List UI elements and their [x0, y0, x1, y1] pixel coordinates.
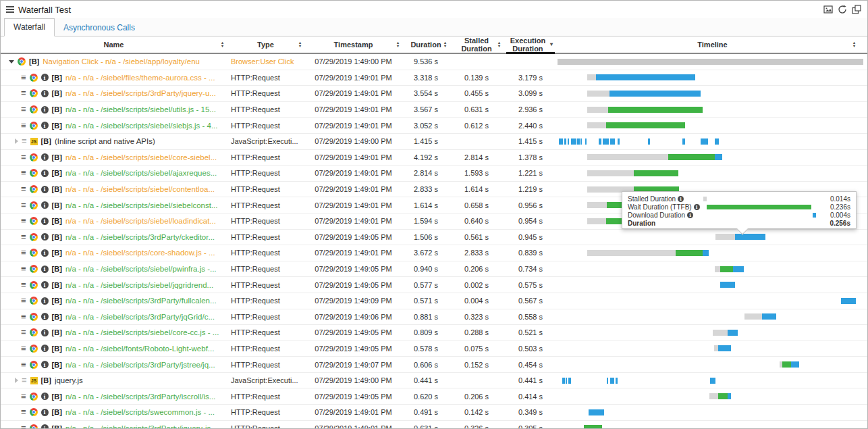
request-name[interactable]: n/a - n/a - /siebel/scripts/core-shadow.…	[65, 249, 215, 257]
request-name[interactable]: n/a - n/a - /siebel/scripts/3rdParty/jqu…	[65, 89, 216, 97]
request-name[interactable]: n/a - n/a - /siebel/scripts/3rdParty/cke…	[65, 233, 215, 241]
info-icon[interactable]: i	[41, 186, 49, 193]
table-row[interactable]: ≡i[B]n/a - n/a - /siebel/scripts/3rdPart…	[1, 230, 867, 246]
timeline-bar-segment[interactable]	[718, 393, 728, 399]
timeline-bar-segment[interactable]	[676, 250, 703, 256]
request-name[interactable]: n/a - n/a - /siebel/fonts/Roboto-Light-w…	[65, 345, 215, 353]
info-icon[interactable]: i	[41, 313, 49, 320]
timeline-bar-segment[interactable]	[720, 266, 733, 272]
table-row[interactable]: [B]Navigation Click - n/a - /siebel/app/…	[1, 54, 867, 70]
request-name[interactable]: n/a - n/a - /siebel/files/theme-aurora.c…	[65, 74, 215, 82]
info-icon[interactable]: i	[41, 424, 49, 429]
timeline-bar-segment[interactable]	[609, 91, 701, 97]
timeline-bar-segment[interactable]	[559, 138, 563, 145]
timeline-bar-segment[interactable]	[587, 250, 676, 256]
timeline-bar-segment[interactable]	[735, 234, 765, 240]
timeline-bar-segment[interactable]	[587, 122, 606, 128]
info-icon[interactable]: i	[41, 201, 49, 209]
timeline-bar-segment[interactable]	[584, 425, 602, 429]
timeline-bar-segment[interactable]	[733, 266, 744, 272]
request-name[interactable]: n/a - n/a - /siebel/scripts/siebel/core-…	[65, 328, 219, 336]
expand-collapse-caret-right-icon[interactable]	[15, 378, 18, 383]
timeline-bar-segment[interactable]	[599, 138, 601, 145]
info-icon[interactable]: i	[41, 170, 49, 177]
table-row[interactable]: ≡i[B]n/a - n/a - /siebel/scripts/siebel/…	[1, 325, 867, 341]
timeline-bar-segment[interactable]	[587, 218, 606, 224]
timeline-bar-segment[interactable]	[618, 138, 620, 145]
column-header-duration[interactable]: Duration▴▾	[402, 36, 450, 53]
timeline-bar-segment[interactable]	[841, 298, 856, 304]
table-row[interactable]: ≡i[B]n/a - n/a - /siebel/scripts/3rdPart…	[1, 309, 867, 326]
timeline-bar-segment[interactable]	[744, 313, 763, 320]
timeline-bar-segment[interactable]	[634, 170, 678, 176]
request-name[interactable]: n/a - n/a - /siebel/scripts/siebel/utils…	[65, 105, 216, 113]
timeline-bar-segment[interactable]	[587, 107, 608, 113]
info-icon[interactable]: i	[41, 409, 49, 416]
request-name[interactable]: n/a - n/a - /siebel/scripts/siebel/pwinf…	[65, 265, 217, 273]
timeline-bar-segment[interactable]	[608, 107, 703, 113]
table-row[interactable]: ≡JS[B](Inline script and native APIs)Jav…	[1, 134, 867, 150]
table-row[interactable]: ≡i[B]n/a - n/a - /siebel/scripts/siebel/…	[1, 166, 867, 182]
tab-asynchronous-calls[interactable]: Asynchronous Calls	[55, 20, 144, 36]
timeline-bar-segment[interactable]	[791, 361, 799, 368]
timeline-bar-segment[interactable]	[728, 393, 731, 399]
timeline-bar-segment[interactable]	[587, 91, 609, 97]
expand-collapse-caret-down-icon[interactable]	[9, 60, 14, 64]
table-row[interactable]: ≡i[B]n/a - n/a - /siebel/fonts/Roboto-Li…	[1, 341, 867, 357]
timeline-bar-segment[interactable]	[703, 250, 708, 256]
request-name[interactable]: n/a - n/a - /siebel/scripts/siebel/loadi…	[65, 217, 216, 225]
timeline-bar-segment[interactable]	[568, 378, 571, 384]
info-icon[interactable]: i	[41, 266, 49, 273]
table-row[interactable]: ≡i[B]n/a - n/a - /siebel/scripts/3rdPart…	[1, 388, 867, 405]
refresh-icon[interactable]	[837, 5, 848, 15]
request-name[interactable]: n/a - n/a - /siebel/scripts/3rdParty/jst…	[65, 361, 215, 369]
info-icon[interactable]: i	[678, 196, 684, 202]
info-icon[interactable]: i	[41, 90, 49, 97]
timeline-bar-segment[interactable]	[571, 138, 576, 145]
info-icon[interactable]: i	[41, 106, 49, 113]
info-icon[interactable]: i	[41, 281, 49, 288]
timeline-bar-segment[interactable]	[715, 266, 720, 272]
column-header-timestamp[interactable]: Timestamp▴▾	[304, 36, 402, 53]
request-name[interactable]: Navigation Click - n/a - /siebel/app/loy…	[43, 57, 200, 66]
timeline-bar-segment[interactable]	[782, 361, 791, 368]
request-name[interactable]: n/a - n/a - /siebel/scripts/3rdParty/jqu…	[65, 424, 217, 429]
timeline-bar-segment[interactable]	[577, 138, 579, 145]
request-name[interactable]: n/a - n/a - /siebel/scripts/siebel/siebe…	[65, 201, 218, 209]
table-row[interactable]: ≡i[B]n/a - n/a - /siebel/scripts/swecomm…	[1, 405, 867, 421]
timeline-bar-segment[interactable]	[668, 154, 715, 160]
timeline-bar-segment[interactable]	[564, 138, 567, 145]
expand-collapse-caret-right-icon[interactable]	[15, 138, 18, 144]
info-icon[interactable]: i	[694, 204, 700, 210]
timeline-bar-segment[interactable]	[715, 234, 735, 240]
info-icon[interactable]: i	[41, 393, 49, 400]
request-name[interactable]: n/a - n/a - /siebel/scripts/3rdParty/ful…	[65, 297, 217, 305]
timeline-bar-segment[interactable]	[715, 154, 722, 160]
info-icon[interactable]: i	[41, 153, 49, 161]
timeline-bar-segment[interactable]	[606, 122, 685, 128]
request-name[interactable]: n/a - n/a - /siebel/scripts/3rdParty/isc…	[65, 393, 215, 401]
timeline-bar-segment[interactable]	[607, 378, 608, 384]
column-header-timeline[interactable]: Timeline▴▾	[558, 36, 867, 53]
table-row[interactable]: ≡i[B]n/a - n/a - /siebel/files/theme-aur…	[1, 70, 867, 86]
timeline-bar-segment[interactable]	[610, 138, 615, 145]
table-row[interactable]: ≡i[B]n/a - n/a - /siebel/scripts/core-sh…	[1, 245, 867, 261]
timeline-bar-segment[interactable]	[587, 202, 607, 208]
timeline-bar-segment[interactable]	[718, 345, 731, 351]
tab-waterfall[interactable]: Waterfall	[4, 18, 55, 36]
info-icon[interactable]: i	[687, 212, 693, 218]
info-icon[interactable]: i	[41, 249, 49, 257]
timeline-bar-segment[interactable]	[648, 138, 650, 145]
table-row[interactable]: ≡i[B]n/a - n/a - /siebel/scripts/3rdPart…	[1, 293, 867, 309]
column-header-name[interactable]: Name▴▾	[1, 36, 227, 53]
timeline-bar-segment[interactable]	[558, 59, 863, 65]
timeline-bar-segment[interactable]	[568, 138, 569, 145]
column-header-execution-duration[interactable]: Execution Duration▾	[504, 36, 558, 53]
timeline-bar-segment[interactable]	[720, 282, 736, 288]
table-row[interactable]: ≡i[B]n/a - n/a - /siebel/scripts/3rdPart…	[1, 357, 867, 373]
table-row[interactable]: ≡i[B]n/a - n/a - /siebel/scripts/siebel/…	[1, 150, 867, 166]
request-name[interactable]: n/a - n/a - /siebel/scripts/siebel/ajaxr…	[65, 169, 217, 177]
timeline-bar-segment[interactable]	[710, 378, 715, 384]
timeline-bar-segment[interactable]	[701, 138, 708, 145]
timeline-bar-segment[interactable]	[713, 330, 728, 336]
